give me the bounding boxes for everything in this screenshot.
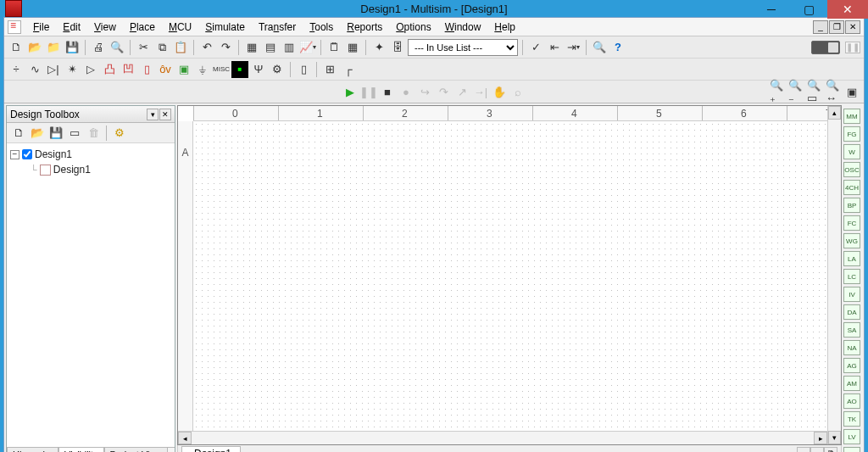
help-button[interactable]: ? bbox=[609, 39, 626, 56]
open-design-button[interactable]: 📂 bbox=[29, 125, 46, 142]
distortion-button[interactable]: DA bbox=[843, 304, 860, 320]
step-out-button[interactable]: ↗ bbox=[453, 83, 470, 100]
misc-digital-bin-button[interactable]: ▯ bbox=[138, 61, 155, 78]
ttl-bin-button[interactable]: 凸 bbox=[101, 61, 118, 78]
panel-close-button[interactable]: ✕ bbox=[159, 109, 171, 120]
find-button[interactable]: 🔍 bbox=[591, 39, 608, 56]
design-tree[interactable]: − Design1 └ Design1 bbox=[7, 143, 175, 447]
open-button[interactable]: 📂 bbox=[26, 39, 43, 56]
source-bin-button[interactable]: ÷ bbox=[8, 61, 25, 78]
transistor-bin-button[interactable]: ✴ bbox=[64, 61, 81, 78]
electromech-bin-button[interactable]: ⚙ bbox=[269, 61, 286, 78]
agilent-fg-button[interactable]: AG bbox=[843, 358, 860, 373]
diode-bin-button[interactable]: ▷| bbox=[45, 61, 62, 78]
full-screen-button[interactable]: ▣ bbox=[843, 83, 860, 100]
run-button[interactable]: ▶ bbox=[342, 83, 359, 100]
analog-bin-button[interactable]: ▷ bbox=[82, 61, 99, 78]
toggle-grid-button[interactable]: ▦ bbox=[243, 39, 260, 56]
indicator-bin-button[interactable]: ▣ bbox=[175, 61, 192, 78]
bode-plotter-button[interactable]: BP bbox=[843, 198, 860, 213]
print-preview-button[interactable]: 🔍 bbox=[108, 39, 125, 56]
zoom-area-button[interactable]: 🔍▭ bbox=[806, 83, 823, 100]
current-probe-button[interactable]: CP bbox=[843, 447, 860, 452]
agilent-mm-button[interactable]: AM bbox=[843, 376, 860, 391]
bus-bin-button[interactable]: ┌ bbox=[340, 61, 357, 78]
cmos-bin-button[interactable]: 凹 bbox=[120, 61, 136, 78]
grapher-button[interactable]: 📈▾ bbox=[299, 39, 316, 56]
mdi-close-button[interactable]: ✕ bbox=[845, 20, 860, 34]
elec-rules-button[interactable]: ▦ bbox=[344, 39, 361, 56]
simulation-power-switch[interactable] bbox=[811, 41, 840, 54]
zoom-fit-button[interactable]: 🔍↔ bbox=[825, 83, 842, 100]
word-gen-button[interactable]: WG bbox=[843, 233, 860, 248]
hscroll-track[interactable] bbox=[192, 432, 814, 444]
function-gen-button[interactable]: FG bbox=[843, 126, 860, 142]
vscroll-track[interactable] bbox=[828, 120, 841, 431]
pause-button[interactable]: ❚❚ bbox=[360, 83, 377, 100]
zoom-out-button[interactable]: 🔍₋ bbox=[787, 83, 804, 100]
database-manager-button[interactable]: 🗄 bbox=[389, 39, 406, 56]
oscilloscope-button[interactable]: OSC bbox=[843, 162, 860, 177]
hierarchy-bin-button[interactable]: ⊞ bbox=[321, 61, 338, 78]
iv-analyzer-button[interactable]: IV bbox=[843, 287, 860, 302]
back-annotate-button[interactable]: ⇤ bbox=[546, 39, 563, 56]
paste-button[interactable]: 📋 bbox=[172, 39, 189, 56]
mdi-minimize-button[interactable]: _ bbox=[813, 20, 828, 34]
print-button[interactable]: 🖨 bbox=[90, 39, 107, 56]
agilent-scope-button[interactable]: AO bbox=[843, 393, 860, 409]
pan-button[interactable]: ✋ bbox=[491, 83, 508, 100]
tree-root-row[interactable]: − Design1 bbox=[10, 147, 171, 162]
advanced-bin-button[interactable]: ■ bbox=[231, 61, 248, 78]
schematic-canvas[interactable] bbox=[193, 121, 827, 431]
new-sheet-button[interactable]: 🗋 bbox=[10, 125, 27, 142]
freq-counter-button[interactable]: FC bbox=[843, 215, 860, 231]
rename-button[interactable]: ▭ bbox=[66, 125, 83, 142]
in-use-list-select[interactable]: --- In Use List --- bbox=[408, 39, 518, 56]
power-bin-button[interactable]: ⏚ bbox=[194, 61, 211, 78]
menu-window[interactable]: Window bbox=[438, 20, 488, 35]
expander-icon[interactable]: − bbox=[10, 150, 19, 159]
basic-bin-button[interactable]: ∿ bbox=[26, 61, 43, 78]
delete-button[interactable]: 🗑 bbox=[85, 125, 102, 142]
tab-list-button[interactable]: ⧉ bbox=[824, 447, 837, 453]
scroll-up-button[interactable]: ▴ bbox=[828, 106, 841, 120]
menu-view[interactable]: View bbox=[87, 20, 123, 35]
close-button[interactable]: ✕ bbox=[827, 0, 868, 19]
misc-bin-button[interactable]: MISC bbox=[213, 61, 230, 78]
mixed-bin-button[interactable]: ôv bbox=[157, 61, 174, 78]
scroll-right-button[interactable]: ▸ bbox=[814, 432, 827, 444]
rf-bin-button[interactable]: Ψ bbox=[250, 61, 267, 78]
menu-mcu[interactable]: MCU bbox=[162, 20, 198, 35]
menu-simulate[interactable]: Simulate bbox=[198, 20, 252, 35]
scroll-down-button[interactable]: ▾ bbox=[828, 431, 841, 444]
scroll-left-button[interactable]: ◂ bbox=[178, 432, 192, 444]
menu-tools[interactable]: Tools bbox=[303, 20, 340, 35]
step-over-button[interactable]: ↷ bbox=[435, 83, 452, 100]
labview-button[interactable]: LV bbox=[843, 429, 860, 444]
tab-prev-button[interactable]: ◂ bbox=[797, 447, 810, 453]
toggle-netlist-button[interactable]: ▥ bbox=[281, 39, 298, 56]
tab-project-view[interactable]: Project View bbox=[104, 447, 168, 452]
logic-analyzer-button[interactable]: LA bbox=[843, 251, 860, 266]
tek-scope-button[interactable]: TK bbox=[843, 411, 860, 427]
step-into-button[interactable]: ↪ bbox=[416, 83, 433, 100]
record-button[interactable]: ● bbox=[398, 83, 415, 100]
menu-options[interactable]: Options bbox=[389, 20, 437, 35]
menu-file[interactable]: File bbox=[26, 20, 56, 35]
toggle-spreadsheet-button[interactable]: ▤ bbox=[262, 39, 279, 56]
minimize-button[interactable]: ─ bbox=[753, 0, 790, 19]
menu-help[interactable]: Help bbox=[487, 20, 522, 35]
save-design-button[interactable]: 💾 bbox=[47, 125, 64, 142]
mcu-bin-button[interactable]: ▯ bbox=[295, 61, 312, 78]
erc-button[interactable]: ✓ bbox=[527, 39, 544, 56]
redo-button[interactable]: ↷ bbox=[217, 39, 234, 56]
new-button[interactable]: 🗋 bbox=[8, 39, 25, 56]
post-proc-button[interactable]: 🗒 bbox=[326, 39, 342, 56]
tab-next-button[interactable]: ▸ bbox=[810, 447, 824, 453]
tab-visibility[interactable]: Visibility bbox=[58, 447, 104, 452]
undo-button[interactable]: ↶ bbox=[198, 39, 215, 56]
menu-reports[interactable]: Reports bbox=[340, 20, 389, 35]
forward-annotate-button[interactable]: ⇥▾ bbox=[565, 39, 581, 56]
spectrum-button[interactable]: SA bbox=[843, 322, 860, 338]
mdi-restore-button[interactable]: ❐ bbox=[829, 20, 844, 34]
